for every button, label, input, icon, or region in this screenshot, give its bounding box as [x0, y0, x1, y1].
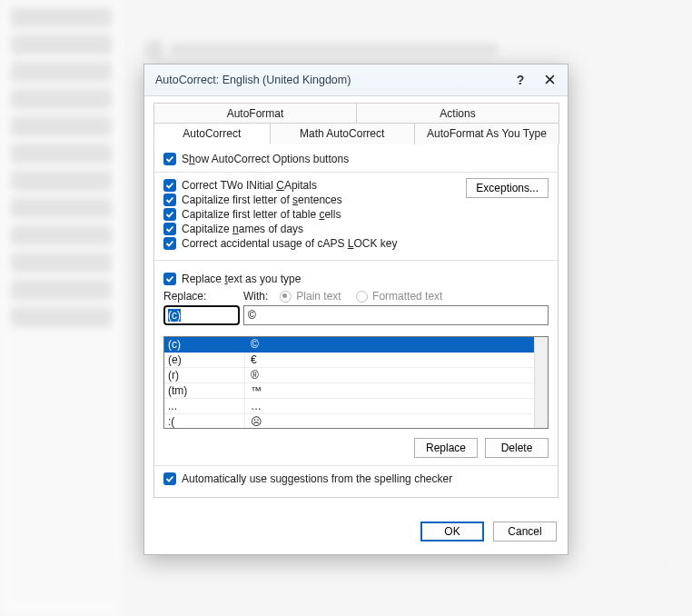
help-button[interactable]: ?: [506, 68, 535, 92]
list-item[interactable]: (e) €: [164, 353, 535, 368]
auto-suggestions-checkbox[interactable]: Automatically use suggestions from the s…: [163, 472, 549, 486]
tab-autoformat-as-you-type[interactable]: AutoFormat As You Type: [414, 123, 559, 144]
ok-button[interactable]: OK: [420, 522, 484, 541]
checkmark-icon: [163, 153, 176, 165]
caps-lock-checkbox[interactable]: Correct accidental usage of cAPS LOCK ke…: [163, 236, 549, 251]
auto-suggestions-label: Automatically use suggestions from the s…: [182, 472, 452, 485]
replace-input[interactable]: [163, 305, 240, 325]
delete-button[interactable]: Delete: [485, 438, 549, 458]
list-item[interactable]: ... …: [164, 399, 535, 414]
autocorrect-panel: Show AutoCorrect Options buttons Excepti…: [153, 144, 559, 498]
checkmark-icon: [163, 472, 176, 485]
checkmark-icon: [163, 194, 176, 206]
checkmark-icon: [163, 179, 176, 192]
close-button[interactable]: [535, 68, 564, 92]
checkmark-icon: [163, 273, 176, 285]
tabstrip: AutoFormat Actions AutoCorrect Math Auto…: [153, 102, 559, 144]
with-input[interactable]: [243, 305, 549, 325]
tab-actions[interactable]: Actions: [356, 103, 559, 124]
cancel-button[interactable]: Cancel: [493, 522, 557, 541]
exceptions-button[interactable]: Exceptions...: [466, 178, 549, 198]
caps-lock-label: Correct accidental usage of cAPS LOCK ke…: [182, 237, 397, 250]
replacements-list[interactable]: (c) © (e) € (r) ® (tm) ™: [163, 336, 549, 429]
with-header: With:: [243, 290, 274, 303]
checkmark-icon: [163, 223, 176, 235]
checkmark-icon: [163, 208, 176, 221]
checkmark-icon: [163, 237, 176, 250]
tab-autocorrect[interactable]: AutoCorrect: [153, 123, 271, 144]
replace-button[interactable]: Replace: [414, 438, 478, 458]
capitalize-sentences-label: Capitalize first letter of sentences: [182, 194, 342, 206]
radio-icon: [280, 291, 292, 303]
tab-math-autocorrect[interactable]: Math AutoCorrect: [270, 123, 415, 144]
formatted-text-radio: Formatted text: [356, 290, 452, 303]
tab-autoformat[interactable]: AutoFormat: [153, 103, 357, 124]
plain-text-radio: Plain text: [280, 290, 351, 303]
dialog-title: AutoCorrect: English (United Kingdom): [155, 74, 506, 86]
capitalize-cells-checkbox[interactable]: Capitalize first letter of table cells: [163, 207, 549, 222]
autocorrect-dialog: AutoCorrect: English (United Kingdom) ? …: [143, 64, 568, 555]
replace-header: Replace:: [163, 290, 238, 303]
replace-as-you-type-label: Replace text as you type: [182, 273, 301, 285]
radio-icon: [356, 291, 368, 303]
scrollbar[interactable]: [534, 337, 548, 428]
replace-as-you-type-checkbox[interactable]: Replace text as you type: [163, 272, 549, 286]
titlebar: AutoCorrect: English (United Kingdom) ?: [144, 65, 568, 96]
show-options-label: Show AutoCorrect Options buttons: [182, 153, 349, 165]
close-icon: [545, 73, 555, 87]
show-options-checkbox[interactable]: Show AutoCorrect Options buttons: [163, 152, 549, 166]
list-item[interactable]: (r) ®: [164, 368, 535, 383]
capitalize-days-label: Capitalize names of days: [182, 223, 303, 235]
capitalize-cells-label: Capitalize first letter of table cells: [182, 208, 341, 221]
list-item[interactable]: (c) ©: [164, 337, 535, 353]
list-item[interactable]: (tm) ™: [164, 383, 535, 399]
correct-two-caps-label: Correct TWo INitial CApitals: [182, 179, 317, 192]
list-item[interactable]: :( ☹: [164, 414, 535, 429]
capitalize-days-checkbox[interactable]: Capitalize names of days: [163, 222, 549, 236]
